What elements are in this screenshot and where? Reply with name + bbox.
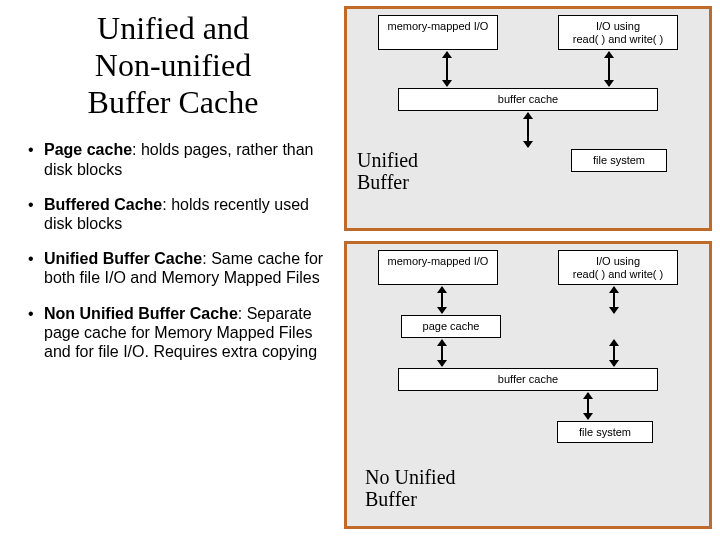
box-file-system: file system <box>571 149 667 172</box>
bullet-item: Buffered Cache: holds recently used disk… <box>28 195 334 233</box>
box-mmio: memory-mapped I/O <box>378 250 498 285</box>
diagram-non-unified: memory-mapped I/O I/O usingread( ) and w… <box>344 241 712 529</box>
bullet-list: Page cache: holds pages, rather than dis… <box>28 140 334 361</box>
caption-unified: Unified Buffer <box>357 149 437 193</box>
diagram-unified: memory-mapped I/O I/O usingread( ) and w… <box>344 6 712 231</box>
bullet-item: Page cache: holds pages, rather than dis… <box>28 140 334 178</box>
bullet-term: Non Unified Buffer Cache <box>44 305 238 322</box>
title-line-3: Buffer Cache <box>88 84 259 120</box>
bullet-term: Buffered Cache <box>44 196 162 213</box>
bullet-item: Non Unified Buffer Cache: Separate page … <box>28 304 334 362</box>
title-line-2: Non-unified <box>95 47 251 83</box>
slide-title: Unified and Non-unified Buffer Cache <box>12 10 334 120</box>
left-column: Unified and Non-unified Buffer Cache Pag… <box>0 0 340 540</box>
double-arrow-icon <box>587 393 589 419</box>
box-io-rw: I/O usingread( ) and write( ) <box>558 250 678 285</box>
io-rw-text: I/O usingread( ) and write( ) <box>573 255 663 280</box>
bullet-item: Unified Buffer Cache: Same cache for bot… <box>28 249 334 287</box>
io-rw-text: I/O usingread( ) and write( ) <box>573 20 663 45</box>
double-arrow-icon <box>441 287 443 313</box>
box-mmio: memory-mapped I/O <box>378 15 498 50</box>
double-arrow-icon <box>441 340 443 366</box>
caption-non-unified: No Unified Buffer <box>365 466 495 510</box>
box-file-system: file system <box>557 421 653 444</box>
bullet-term: Page cache <box>44 141 132 158</box>
box-buffer-cache: buffer cache <box>398 88 658 111</box>
box-page-cache: page cache <box>401 315 501 338</box>
double-arrow-icon <box>608 52 610 86</box>
double-arrow-icon <box>613 340 615 366</box>
box-io-rw: I/O usingread( ) and write( ) <box>558 15 678 50</box>
slide: Unified and Non-unified Buffer Cache Pag… <box>0 0 720 540</box>
bullet-term: Unified Buffer Cache <box>44 250 202 267</box>
title-line-1: Unified and <box>97 10 249 46</box>
double-arrow-icon <box>613 287 615 313</box>
double-arrow-icon <box>527 113 529 147</box>
right-column: memory-mapped I/O I/O usingread( ) and w… <box>340 0 720 540</box>
double-arrow-icon <box>446 52 448 86</box>
box-buffer-cache: buffer cache <box>398 368 658 391</box>
